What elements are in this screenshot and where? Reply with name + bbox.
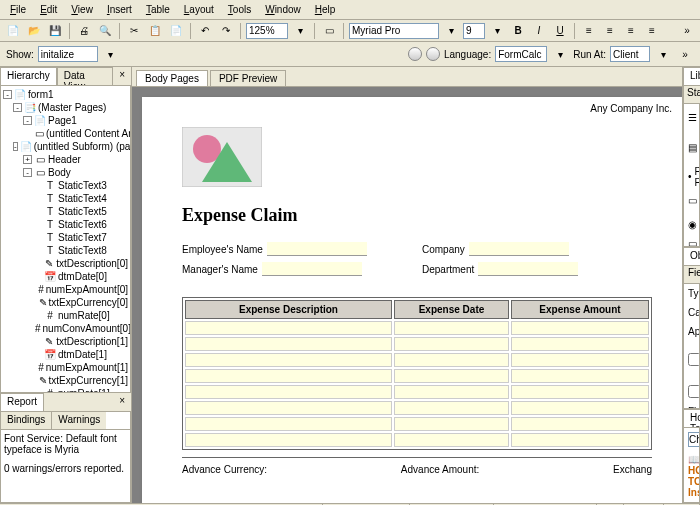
align-center-icon[interactable]: ≡ [601,22,619,40]
th-desc: Expense Description [185,300,392,319]
align-justify-icon[interactable]: ≡ [643,22,661,40]
more-icon[interactable]: » [678,22,696,40]
fontsize-combo[interactable] [463,23,485,39]
open-icon[interactable]: 📂 [25,22,43,40]
menu-window[interactable]: Window [259,2,307,17]
menu-layout[interactable]: Layout [178,2,220,17]
tab-lib-standard[interactable]: Standard [684,86,700,103]
tree-item[interactable]: +▭Header [3,153,128,166]
print-preview-icon[interactable]: 🔍 [96,22,114,40]
menu-edit[interactable]: Edit [34,2,63,17]
tree-item[interactable]: TStaticText5 [3,205,128,218]
lib-item-list-box[interactable]: ☰List Box [686,106,697,130]
design-canvas[interactable]: Any Company Inc. Expense Claim Employee'… [132,87,682,503]
tree-item[interactable]: 📅dtmDate[0] [3,270,128,283]
bold-button[interactable]: B [509,22,527,40]
zoom-dropdown-icon[interactable]: ▾ [291,22,309,40]
zoom-combo[interactable] [246,23,288,39]
tree-item[interactable]: -📄(untitled Subform) (page 1) [3,140,128,153]
fontsize-dropdown-icon[interactable]: ▾ [488,22,506,40]
paste-icon[interactable]: 📄 [167,22,185,40]
lang-dropdown-icon[interactable]: ▾ [551,45,569,63]
menu-table[interactable]: Table [140,2,176,17]
runat-dropdown-icon[interactable]: ▾ [654,45,672,63]
tab-body-pages[interactable]: Body Pages [136,70,208,86]
lib-item-password-field[interactable]: •Password Field [686,165,697,189]
tree-item[interactable]: TStaticText7 [3,231,128,244]
tab-obj-field[interactable]: Field [684,266,700,283]
chk-multiline[interactable] [688,353,700,366]
logo-placeholder-icon[interactable] [182,127,262,187]
tree-item[interactable]: 📅dtmDate[1] [3,348,128,361]
tool-icon[interactable]: ▭ [320,22,338,40]
tree-item[interactable]: ✎txtDescription[0] [3,257,128,270]
tab-report[interactable]: Report [0,393,44,411]
lib-item-radio-button[interactable]: ◉Radio Button [686,213,697,237]
panel-close-icon[interactable]: × [113,67,131,85]
menu-file[interactable]: File [4,2,32,17]
menu-tools[interactable]: Tools [222,2,257,17]
tree-item[interactable]: ▭(untitled Content Area [3,127,128,140]
redo-icon[interactable]: ↷ [217,22,235,40]
tab-library[interactable]: Library [683,67,700,85]
tab-hierarchy[interactable]: Hierarchy [0,67,57,85]
save-icon[interactable]: 💾 [46,22,64,40]
align-right-icon[interactable]: ≡ [622,22,640,40]
language-combo[interactable] [495,46,547,62]
font-dropdown-icon[interactable]: ▾ [442,22,460,40]
font-combo[interactable] [349,23,439,39]
report-close-icon[interactable]: × [113,393,131,411]
howto-topic-combo[interactable] [688,432,700,447]
runat-combo[interactable] [610,46,650,62]
undo-icon[interactable]: ↶ [196,22,214,40]
show-dropdown-icon[interactable]: ▾ [102,45,120,63]
tree-item[interactable]: #numExpAmount[0] [3,283,128,296]
hierarchy-tree[interactable]: -📄form1-📑(Master Pages)-📄Page1▭(untitled… [0,85,131,393]
field-company[interactable] [469,242,569,256]
menu-help[interactable]: Help [309,2,342,17]
expense-table[interactable]: Expense Description Expense Date Expense… [182,297,652,450]
tree-item[interactable]: #numRate[0] [3,309,128,322]
underline-button[interactable]: U [551,22,569,40]
tree-item[interactable]: -📑(Master Pages) [3,101,128,114]
field-mgr-name[interactable] [262,262,362,276]
tab-pdf-preview[interactable]: PDF Preview [210,70,286,86]
lib-item-paper-forms-barcode[interactable]: ▤Paper Forms Barcode [686,130,697,165]
tab-bindings[interactable]: Bindings [1,412,52,429]
italic-button[interactable]: I [530,22,548,40]
tree-item[interactable]: -📄Page1 [3,114,128,127]
tree-item[interactable]: -▭Body [3,166,128,179]
tree-item[interactable]: ✎txtExpCurrency[0] [3,296,128,309]
cut-icon[interactable]: ✂ [125,22,143,40]
new-icon[interactable]: 📄 [4,22,22,40]
table-row [185,433,649,447]
tree-item[interactable]: TStaticText3 [3,179,128,192]
tree-item[interactable]: ✎txtDescription[1] [3,335,128,348]
field-emp-name[interactable] [267,242,367,256]
menu-insert[interactable]: Insert [101,2,138,17]
remove-icon[interactable] [426,47,440,61]
tab-howto[interactable]: How To [683,409,700,427]
tree-item[interactable]: ✎txtExpCurrency[1] [3,374,128,387]
field-department[interactable] [478,262,578,276]
copy-icon[interactable]: 📋 [146,22,164,40]
tab-object[interactable]: Object [683,247,700,265]
menu-view[interactable]: View [65,2,99,17]
lib-item-rectangle[interactable]: ▭Rectangle [686,237,697,247]
tree-item[interactable]: TStaticText6 [3,218,128,231]
tab-warnings[interactable]: Warnings [52,412,106,429]
align-left-icon[interactable]: ≡ [580,22,598,40]
tree-item[interactable]: -📄form1 [3,88,128,101]
lib-item-print-button[interactable]: ▭Print Button [686,189,697,213]
tree-item[interactable]: #numExpAmount[1] [3,361,128,374]
tree-item[interactable]: #numConvAmount[0] [3,322,128,335]
add-icon[interactable] [408,47,422,61]
more2-icon[interactable]: » [676,45,694,63]
chk-limit-length[interactable] [688,385,700,398]
tree-item[interactable]: TStaticText4 [3,192,128,205]
tab-data-view[interactable]: Data View [57,67,113,85]
tree-item[interactable]: TStaticText8 [3,244,128,257]
show-combo[interactable] [38,46,98,62]
print-icon[interactable]: 🖨 [75,22,93,40]
form-page[interactable]: Any Company Inc. Expense Claim Employee'… [142,97,682,503]
